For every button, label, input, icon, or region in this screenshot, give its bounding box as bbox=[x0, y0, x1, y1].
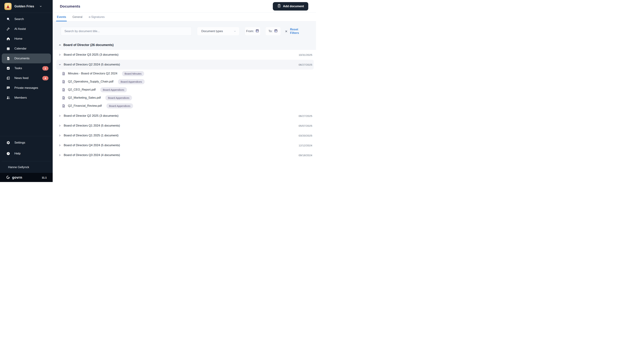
document-row[interactable]: Q2_Financial_Review.pdf Board Appendices bbox=[56, 102, 314, 110]
file-icon bbox=[62, 80, 66, 84]
file-icon bbox=[62, 88, 66, 92]
sparkle-icon bbox=[6, 27, 10, 31]
tab-bar: Events General e-Signatures bbox=[53, 13, 316, 22]
group-date: 10/31/2025 bbox=[298, 53, 312, 56]
document-type-tag: Board Appendices bbox=[118, 79, 145, 84]
group-date: 12/12/2024 bbox=[298, 144, 312, 147]
sidebar: Golden Fries Search AI Assist bbox=[0, 0, 53, 182]
chevron-right-icon bbox=[58, 124, 61, 127]
group-row-q3-2024[interactable]: Board of Directors Q3 2024 (4 documents)… bbox=[56, 150, 314, 160]
document-icon bbox=[6, 56, 10, 60]
document-type-tag: Board Minutes bbox=[122, 71, 144, 76]
tasks-badge: 1 bbox=[42, 66, 48, 70]
workspace-logo bbox=[4, 3, 12, 10]
chevron-right-icon bbox=[58, 154, 61, 156]
sidebar-item-private-messages[interactable]: Private messages bbox=[2, 83, 51, 93]
group-row-q1-2024[interactable]: Board of Directors Q1 2024 (5 documents)… bbox=[56, 121, 314, 130]
clipboard-plus-icon bbox=[277, 4, 281, 8]
sidebar-item-label: Help bbox=[14, 152, 20, 155]
to-label: To: bbox=[268, 30, 272, 33]
group-row-q2-2024[interactable]: Board of Directors Q2 2024 (5 documents)… bbox=[56, 60, 314, 70]
news-feed-badge: 4 bbox=[42, 76, 48, 80]
sidebar-secondary-nav: Settings ? Help Hanne Gellynck bbox=[0, 136, 53, 173]
group-date: 06/27/2025 bbox=[298, 63, 312, 66]
add-document-label: Add document bbox=[283, 4, 304, 8]
sidebar-item-settings[interactable]: Settings bbox=[2, 138, 51, 148]
add-document-button[interactable]: Add document bbox=[273, 2, 308, 10]
date-from-picker[interactable]: From: bbox=[245, 27, 260, 36]
tab-e-signatures[interactable]: e-Signatures bbox=[88, 13, 105, 21]
svg-text:?: ? bbox=[8, 152, 9, 154]
app-window: Golden Fries Search AI Assist bbox=[0, 0, 316, 182]
app-version: 11.1 bbox=[42, 176, 47, 179]
chevron-down-icon bbox=[58, 63, 61, 66]
group-row-q4-2024[interactable]: Board of Directors Q4 2024 (5 documents)… bbox=[56, 140, 314, 150]
document-row[interactable]: Minutes - Board of Directors Q2 2024 Boa… bbox=[56, 70, 314, 78]
group-row-q3-2025[interactable]: Board of Director Q3 2025 (3 documents) … bbox=[56, 50, 314, 60]
tab-events[interactable]: Events bbox=[56, 13, 66, 21]
document-row[interactable]: Q2_Marketing_Sales.pdf Board Appendices bbox=[56, 94, 314, 102]
page-header: Documents Add document bbox=[53, 0, 316, 13]
document-type-tag: Board Appendices bbox=[106, 103, 133, 108]
workspace-name: Golden Fries bbox=[14, 4, 34, 8]
section-header-board-of-director[interactable]: Board of Director (26 documents) bbox=[53, 40, 316, 50]
file-icon bbox=[62, 96, 66, 100]
sidebar-item-search[interactable]: Search bbox=[2, 14, 51, 24]
group-date: 06/27/2025 bbox=[298, 114, 312, 118]
sidebar-item-label: Members bbox=[14, 96, 27, 100]
sidebar-item-tasks[interactable]: Tasks 1 bbox=[2, 63, 51, 73]
document-name: Q2_Financial_Review.pdf bbox=[68, 104, 102, 108]
document-name: Q2_Marketing_Sales.pdf bbox=[68, 96, 101, 100]
sidebar-item-ai-assist[interactable]: AI Assist bbox=[2, 24, 51, 34]
current-user[interactable]: Hanne Gellynck bbox=[2, 161, 51, 173]
reset-filters-button[interactable]: Reset Filters bbox=[285, 28, 307, 35]
group-title: Board of Directors Q3 2024 (4 documents) bbox=[64, 154, 120, 157]
group-title: Board of Directors Q4 2024 (5 documents) bbox=[64, 144, 120, 147]
chevron-down-icon bbox=[39, 5, 42, 8]
help-icon: ? bbox=[6, 152, 10, 156]
file-icon bbox=[62, 72, 66, 76]
chevron-right-icon bbox=[58, 114, 61, 117]
document-type-tag: Board Appendices bbox=[100, 87, 127, 92]
group-title: Board of Directors Q1 2025 (1 document) bbox=[64, 134, 118, 137]
search-icon bbox=[6, 17, 10, 21]
document-row[interactable]: Q2_Operations_Supply_Chain.pdf Board App… bbox=[56, 78, 314, 86]
group-title: Board of Directors Q2 2024 (5 documents) bbox=[64, 63, 120, 66]
document-types-label: Document types bbox=[201, 30, 223, 33]
gear-icon bbox=[6, 141, 10, 144]
group-row-q1-2025[interactable]: Board of Directors Q1 2025 (1 document) … bbox=[56, 130, 314, 140]
tab-general[interactable]: General bbox=[72, 13, 83, 21]
sidebar-item-label: Private messages bbox=[14, 86, 38, 90]
date-to-picker[interactable]: To: bbox=[265, 27, 281, 36]
chevron-up-icon bbox=[58, 44, 62, 46]
page-title: Documents bbox=[60, 4, 80, 8]
home-icon bbox=[6, 37, 10, 41]
sidebar-item-label: Documents bbox=[14, 57, 30, 60]
members-icon bbox=[6, 96, 10, 100]
brand-name: govrn bbox=[12, 176, 22, 180]
sidebar-footer: govrn 11.1 bbox=[0, 173, 53, 182]
sidebar-item-help[interactable]: ? Help bbox=[2, 149, 51, 158]
filter-row: Document types From: To: bbox=[61, 27, 307, 36]
sidebar-item-label: AI Assist bbox=[14, 27, 26, 31]
document-row[interactable]: Q2_CEO_Report.pdf Board Appendices bbox=[56, 86, 314, 94]
group-date: 09/18/2024 bbox=[298, 154, 312, 157]
sidebar-item-documents[interactable]: Documents bbox=[2, 54, 51, 63]
message-icon bbox=[6, 86, 10, 90]
workspace-switcher[interactable]: Golden Fries bbox=[0, 0, 53, 13]
group-row-q2-2025[interactable]: Board of Director Q2 2025 (3 documents) … bbox=[56, 111, 314, 121]
sidebar-item-members[interactable]: Members bbox=[2, 93, 51, 103]
sidebar-item-label: Tasks bbox=[14, 66, 22, 70]
group-title: Board of Directors Q1 2024 (5 documents) bbox=[64, 124, 120, 128]
calendar-icon bbox=[256, 29, 259, 34]
search-input[interactable] bbox=[61, 27, 192, 36]
sidebar-item-calendar[interactable]: Calendar bbox=[2, 44, 51, 54]
govrn-logo-icon bbox=[6, 175, 10, 180]
chevron-down-icon bbox=[233, 30, 236, 33]
document-types-select[interactable]: Document types bbox=[197, 27, 240, 36]
from-label: From: bbox=[246, 30, 254, 33]
sidebar-item-news-feed[interactable]: News feed 4 bbox=[2, 73, 51, 83]
sidebar-item-home[interactable]: Home bbox=[2, 34, 51, 44]
sidebar-item-label: News feed bbox=[14, 76, 28, 80]
chevron-right-icon bbox=[58, 144, 61, 147]
